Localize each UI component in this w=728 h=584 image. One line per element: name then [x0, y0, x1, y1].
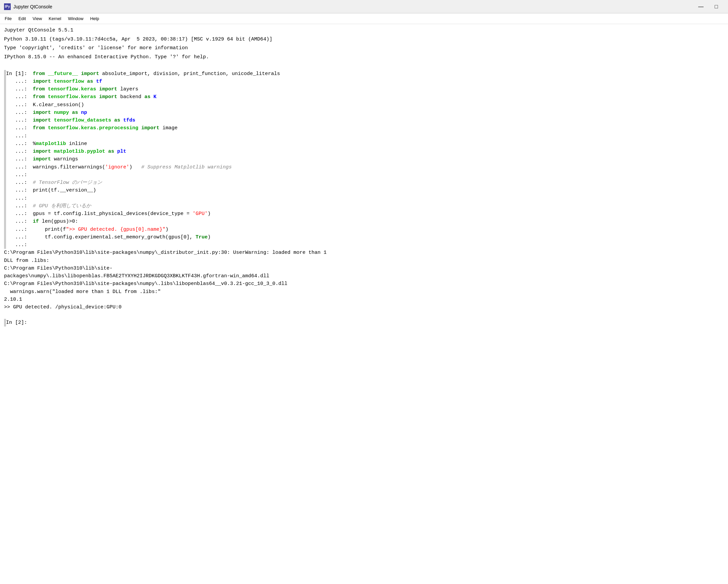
- code-line: gpus = tf.config.list_physical_devices(d…: [33, 210, 724, 218]
- cell-line: ...: K.clear_session(): [6, 101, 724, 109]
- system-info-line1: Jupyter QtConsole 5.5.1: [4, 27, 724, 34]
- output-warning-1: C:\Program Files\Python310\lib\site-pack…: [4, 249, 724, 257]
- cell-line: ...: import matplotlib.pyplot as plt: [6, 148, 724, 155]
- code-line: import numpy as np: [33, 109, 724, 116]
- code-line: K.clear_session(): [33, 101, 724, 109]
- menu-kernel[interactable]: Kernel: [45, 15, 64, 22]
- cell-line: ...: import warnings: [6, 155, 724, 163]
- title-bar: IPy Jupyter QtConsole — □: [0, 0, 728, 14]
- cell-line: ...: # GPU を利用しているか: [6, 202, 724, 210]
- code-line: [33, 171, 724, 179]
- code-line: print(f">> GPU detected. {gpus[0].name}"…: [33, 226, 724, 233]
- menu-view[interactable]: View: [29, 15, 45, 22]
- code-line: if len(gpus)>0:: [33, 218, 724, 225]
- system-info-line3: Type 'copyright', 'credits' or 'license'…: [4, 45, 724, 52]
- minimize-button[interactable]: —: [693, 1, 708, 12]
- cell-cont-prompt: ...:: [6, 226, 33, 233]
- cell-2-content: In [2]:: [6, 319, 724, 326]
- jupyter-qtconsole-window: IPy Jupyter QtConsole — □ File Edit View…: [0, 0, 728, 329]
- menu-window[interactable]: Window: [64, 15, 87, 22]
- window-controls: — □: [693, 1, 724, 12]
- cell-line: ...: from tensorflow.keras import layers: [6, 85, 724, 93]
- cell-line: ...: import tensorflow as tf: [6, 78, 724, 85]
- cell-cont-prompt: ...:: [6, 109, 33, 116]
- cell-line: ...: %matplotlib inline: [6, 140, 724, 148]
- cell-cont-prompt: ...:: [6, 171, 33, 179]
- output-warning-2: DLL from .libs:: [4, 257, 724, 265]
- cell-cont-prompt: ...:: [6, 78, 33, 85]
- cell-2-prompt: In [2]:: [6, 319, 33, 326]
- code-line: from __future__ import absolute_import, …: [33, 70, 724, 78]
- cell-cont-prompt: ...:: [6, 132, 33, 140]
- app-icon: IPy: [4, 3, 11, 10]
- window-title: Jupyter QtConsole: [14, 4, 693, 9]
- cell-line: ...: print(f">> GPU detected. {gpus[0].n…: [6, 226, 724, 233]
- code-line: # GPU を利用しているか: [33, 202, 724, 210]
- cell-2-input[interactable]: [33, 319, 724, 326]
- cell-prompt: In [1]:: [6, 70, 33, 78]
- cell-line: ...: import numpy as np: [6, 109, 724, 116]
- code-line: [33, 194, 724, 202]
- console-output[interactable]: Jupyter QtConsole 5.5.1 Python 3.10.11 (…: [0, 24, 728, 329]
- cell-cont-prompt: ...:: [6, 116, 33, 124]
- cell-2: In [2]:: [4, 319, 724, 326]
- cell-cont-prompt: ...:: [6, 210, 33, 218]
- cell-cont-prompt: ...:: [6, 101, 33, 109]
- cell-cont-prompt: ...:: [6, 241, 33, 249]
- code-line: print(tf.__version__): [33, 187, 724, 194]
- cell-line: ...: import tensorflow_datasets as tfds: [6, 116, 724, 124]
- cell-line: ...: from tensorflow.keras.preprocessing…: [6, 124, 724, 132]
- output-gpu: >> GPU detected. /physical_device:GPU:0: [4, 303, 724, 311]
- output-warning-5: C:\Program Files\Python310\lib\site-pack…: [4, 280, 724, 288]
- cell-line: ...:: [6, 194, 724, 202]
- code-line: from tensorflow.keras.preprocessing impo…: [33, 124, 724, 132]
- cell-line: ...:: [6, 171, 724, 179]
- cell-1-content: In [1]: from __future__ import absolute_…: [6, 70, 724, 249]
- cell-cont-prompt: ...:: [6, 93, 33, 101]
- code-line: warnings.filterwarnings('ignore') # Supp…: [33, 163, 724, 171]
- cell-line: ...: # TensorFlow のバージョン: [6, 179, 724, 187]
- code-line: import matplotlib.pyplot as plt: [33, 148, 724, 155]
- cell-line: ...: if len(gpus)>0:: [6, 218, 724, 225]
- code-line: tf.config.experimental.set_memory_growth…: [33, 233, 724, 241]
- cell-cont-prompt: ...:: [6, 140, 33, 148]
- cell-cont-prompt: ...:: [6, 155, 33, 163]
- cell-line: ...: warnings.filterwarnings('ignore') #…: [6, 163, 724, 171]
- cell-2-line[interactable]: In [2]:: [6, 319, 724, 326]
- cell-cont-prompt: ...:: [6, 202, 33, 210]
- cell-cont-prompt: ...:: [6, 179, 33, 187]
- cell-line: ...: gpus = tf.config.list_physical_devi…: [6, 210, 724, 218]
- cell-cont-prompt: ...:: [6, 124, 33, 132]
- cell-line: ...:: [6, 241, 724, 249]
- cell-1: In [1]: from __future__ import absolute_…: [4, 70, 724, 249]
- cell-line: ...:: [6, 132, 724, 140]
- cell-line: ...: tf.config.experimental.set_memory_g…: [6, 233, 724, 241]
- output-warning-6: warnings.warn("loaded more than 1 DLL fr…: [4, 288, 724, 296]
- menu-help[interactable]: Help: [87, 15, 102, 22]
- code-line: from tensorflow.keras import layers: [33, 85, 724, 93]
- output-warning-4: packages\numpy\.libs\libopenblas.FB5AE2T…: [4, 272, 724, 280]
- output-version: 2.10.1: [4, 296, 724, 303]
- code-line: import warnings: [33, 155, 724, 163]
- cell-cont-prompt: ...:: [6, 187, 33, 194]
- cell-cont-prompt: ...:: [6, 233, 33, 241]
- maximize-button[interactable]: □: [708, 1, 724, 12]
- menu-bar: File Edit View Kernel Window Help: [0, 14, 728, 24]
- cell-cont-prompt: ...:: [6, 218, 33, 225]
- system-info-line2: Python 3.10.11 (tags/v3.10.11:7d4cc5a, A…: [4, 36, 724, 44]
- cell-line: ...: print(tf.__version__): [6, 187, 724, 194]
- code-line: [33, 241, 724, 249]
- cell-line: In [1]: from __future__ import absolute_…: [6, 70, 724, 78]
- code-line: [33, 132, 724, 140]
- cell-cont-prompt: ...:: [6, 148, 33, 155]
- menu-edit[interactable]: Edit: [15, 15, 29, 22]
- code-line: import tensorflow as tf: [33, 78, 724, 85]
- output-warning-3: C:\Program Files\Python310\lib\site-: [4, 265, 724, 272]
- cell-line: ...: from tensorflow.keras import backen…: [6, 93, 724, 101]
- code-line: # TensorFlow のバージョン: [33, 179, 724, 187]
- menu-file[interactable]: File: [1, 15, 15, 22]
- code-line: from tensorflow.keras import backend as …: [33, 93, 724, 101]
- system-info-line4: IPython 8.15.0 -- An enhanced Interactiv…: [4, 54, 724, 61]
- code-line: %matplotlib inline: [33, 140, 724, 148]
- cell-cont-prompt: ...:: [6, 163, 33, 171]
